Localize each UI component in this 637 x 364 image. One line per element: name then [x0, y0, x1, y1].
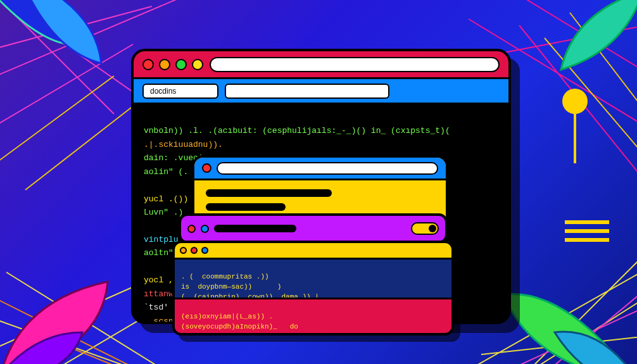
- extra-dot-icon[interactable]: [192, 59, 203, 70]
- close-icon[interactable]: [202, 163, 211, 173]
- code-line: vnboln)) .l. .(acıbuit: (cesphulijaıls:_…: [144, 126, 450, 135]
- code-line: .|.sckiuuadnu)).: [144, 140, 223, 149]
- dot-icon[interactable]: [201, 247, 208, 254]
- traffic-lights: [142, 59, 203, 70]
- titlebar: [194, 158, 446, 180]
- side-bars-decoration: [565, 220, 609, 242]
- code-line: (eıs)oxnyiam|(L_as)) .: [181, 313, 273, 320]
- code-line: (. (cainpbrin)_ cown)) dama )) |: [181, 293, 319, 298]
- leaf-decoration: [0, 0, 120, 89]
- code-line: is doypbnm—sac)) ): [181, 283, 281, 291]
- code-pane-bottom: (eıs)oxnyiam|(L_as)) . (soveyocupdh)aIno…: [175, 298, 451, 336]
- dot-icon[interactable]: [201, 225, 209, 233]
- purple-toolbar-window: [179, 213, 448, 244]
- sun-decoration: [562, 89, 588, 114]
- content-bar: [206, 203, 286, 211]
- leaf-decoration: [0, 256, 139, 364]
- leaf-decoration: [491, 250, 637, 364]
- code-line: . ( coommupritas .)): [181, 273, 269, 280]
- minimize-icon[interactable]: [159, 59, 170, 70]
- code-line: (.eatyirCA)ihloolobn) doun) clonls._ dou…: [181, 333, 427, 336]
- content-bar: [214, 225, 296, 232]
- maximize-icon[interactable]: [175, 59, 187, 70]
- small-code-window: . ( coommupritas .)) is doypbnm—sac)) ) …: [172, 241, 454, 336]
- close-icon[interactable]: [142, 59, 154, 70]
- close-icon[interactable]: [187, 225, 196, 233]
- tab-bar: docdins: [134, 79, 508, 104]
- titlebar: [134, 51, 508, 79]
- leaf-decoration: [536, 0, 637, 82]
- content-bar: [206, 189, 332, 197]
- address-bar[interactable]: [217, 162, 438, 175]
- toggle-switch[interactable]: [411, 222, 439, 235]
- titlebar: [175, 243, 451, 260]
- address-bar[interactable]: [210, 57, 500, 72]
- dot-icon[interactable]: [180, 247, 187, 254]
- inactive-tab[interactable]: [225, 84, 389, 99]
- close-icon[interactable]: [191, 247, 198, 254]
- code-line: yucl .()): [144, 194, 188, 204]
- code-pane-top: . ( coommupritas .)) is doypbnm—sac)) ) …: [175, 260, 451, 298]
- active-tab[interactable]: docdins: [142, 84, 218, 99]
- code-line: (soveyocupdh)aInopikn)_ do: [181, 323, 298, 330]
